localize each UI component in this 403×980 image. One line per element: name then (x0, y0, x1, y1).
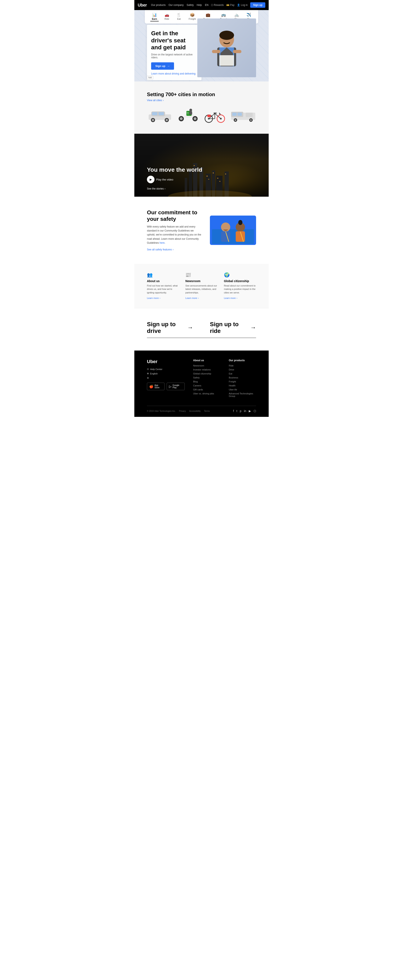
footer-top: Uber ⊙ Help Center ⊗ English ⊚ 🍎 App Sto… (147, 359, 256, 397)
svg-rect-61 (217, 178, 218, 179)
footer-terms-link[interactable]: Terms (204, 410, 210, 412)
hero-content-card: Get in the driver's seat and get paid Dr… (147, 25, 202, 80)
globe-icon: ⊗ (147, 372, 149, 375)
safety-features-link[interactable]: See all safety features › (147, 248, 174, 251)
app-store-button[interactable]: 🍎 App Store (147, 383, 164, 390)
about-section: 👥 About us Find out how we started, what… (134, 264, 269, 308)
nav-signup-button[interactable]: Sign up (250, 2, 265, 8)
linkedin-icon[interactable]: in (244, 409, 246, 413)
chevron-right-icon: › (173, 248, 174, 251)
footer-eat-link[interactable]: Eat (229, 372, 256, 375)
language-selector[interactable]: EN (205, 3, 209, 6)
hero-image (197, 19, 256, 77)
hero-learn-more-link[interactable]: Learn more about driving and delivering (151, 72, 197, 75)
video-title: You move the world (147, 167, 202, 173)
footer-location-link[interactable]: ⊚ (147, 377, 185, 379)
footer-privacy-link[interactable]: Privacy (179, 410, 186, 412)
footer-careers-link[interactable]: Careers (193, 384, 220, 387)
app-store-label: App Store (155, 384, 162, 389)
footer-drive-link[interactable]: Drive (229, 368, 256, 371)
svg-text:Eats: Eats (187, 113, 190, 115)
chevron-right-icon: › (164, 187, 166, 190)
footer-uber-air-link[interactable]: Uber Air (229, 388, 256, 391)
see-stories-link[interactable]: See the stories › (147, 187, 166, 190)
svg-rect-40 (237, 113, 242, 116)
video-section: You move the world ▶ Play the video See … (134, 134, 269, 197)
play-icon: ▶ (147, 176, 155, 183)
svg-point-43 (234, 119, 236, 121)
cities-title: Setting 700+ cities in motion (147, 92, 256, 97)
footer-investor-link[interactable]: Investor relations (193, 368, 220, 371)
google-play-button[interactable]: ▷ Google Play (167, 383, 185, 390)
tab-earn[interactable]: 📊 Earn (150, 12, 159, 21)
nav-links: Our products Our company Safety Help (151, 3, 205, 6)
signup-drive-item[interactable]: Sign up to drive → (147, 321, 202, 338)
footer-accessibility-link[interactable]: Accessibility (190, 410, 201, 412)
signup-ride-item[interactable]: Sign up to ride → (202, 321, 256, 338)
pinterest-icon[interactable]: p (240, 409, 241, 413)
about-card-desc-2: Read about our commitment to making a po… (224, 284, 256, 294)
tab-ride-label: Ride (164, 18, 169, 20)
safety-text: Our commitment to your safety With every… (147, 209, 202, 251)
signup-ride-arrow: → (250, 324, 256, 331)
vehicles-container: Uber Eats (147, 107, 256, 124)
pay-link[interactable]: 💳 Pay (226, 3, 234, 6)
facebook-icon[interactable]: f (233, 409, 234, 413)
footer-language-link[interactable]: ⊗ English (147, 372, 185, 375)
footer-health-link[interactable]: Health (229, 384, 256, 387)
community-guidelines-link[interactable]: here (159, 241, 164, 244)
footer-global-citizenship-link[interactable]: Global citizenship (193, 372, 220, 375)
nav-our-products[interactable]: Our products (151, 3, 166, 6)
hero-signup-button[interactable]: Sign up → (151, 62, 174, 70)
tab-freight[interactable]: 📦 Freight (187, 12, 198, 21)
svg-rect-62 (219, 181, 220, 182)
svg-point-64 (168, 190, 252, 197)
footer-business-link[interactable]: Business (229, 376, 256, 379)
svg-text:Uber: Uber (187, 112, 189, 113)
footer-social: f t p in ▶ ⬡ (233, 409, 256, 413)
safety-title: Our commitment to your safety (147, 209, 202, 222)
eat-icon: 🍴 (177, 13, 181, 17)
svg-point-22 (194, 117, 196, 120)
instagram-icon[interactable]: ⬡ (253, 409, 256, 413)
tab-freight-label: Freight (189, 18, 196, 20)
about-card-title-0: About us (147, 279, 179, 283)
nav-our-company[interactable]: Our company (169, 3, 184, 6)
logo: Uber (138, 3, 147, 8)
safety-people-illustration (212, 216, 254, 244)
footer-safety-link[interactable]: Safety (193, 376, 220, 379)
about-learn-more-link-0[interactable]: Learn more › (147, 297, 160, 299)
about-learn-more-link-2[interactable]: Learn more › (224, 297, 237, 299)
svg-point-45 (250, 119, 252, 121)
location-icon: ⊚ (147, 377, 149, 379)
tab-eat-label: Eat (177, 18, 181, 20)
footer-newsroom-link[interactable]: Newsroom (193, 364, 220, 367)
about-learn-more-link-1[interactable]: Learn more › (185, 297, 199, 299)
footer-blog-link[interactable]: Blog (193, 380, 220, 383)
footer-freight-link[interactable]: Freight (229, 380, 256, 383)
hero-title: Get in the driver's seat and get paid (151, 30, 197, 51)
driver-illustration (206, 23, 248, 73)
svg-rect-11 (159, 112, 164, 115)
play-button[interactable]: ▶ Play the video (147, 176, 202, 183)
tab-eat[interactable]: 🍴 Eat (175, 12, 183, 21)
footer-atg-link[interactable]: Advanced Technologies Group (229, 392, 256, 397)
svg-rect-67 (221, 231, 230, 242)
footer-help-center-link[interactable]: ⊙ Help Center (147, 368, 185, 371)
youtube-icon[interactable]: ▶ (249, 409, 251, 413)
tab-ride[interactable]: 🚗 Ride (162, 12, 171, 21)
nav-safety[interactable]: Safety (186, 3, 194, 6)
footer-gift-cards-link[interactable]: Gift cards (193, 388, 220, 391)
svg-point-1 (219, 31, 234, 40)
view-all-cities-link[interactable]: View all cities › (147, 99, 164, 102)
twitter-icon[interactable]: t (236, 409, 237, 413)
cities-section: Setting 700+ cities in motion View all c… (134, 81, 269, 134)
rewards-link[interactable]: ⬡ Rewards (211, 3, 224, 6)
footer-ride-link[interactable]: Ride (229, 364, 256, 367)
scooter-illustration: Uber Eats (177, 107, 199, 124)
safety-description: With every safety feature we add and eve… (147, 225, 202, 245)
nav-help[interactable]: Help (197, 3, 202, 6)
login-link[interactable]: 👤 Log in (237, 3, 248, 6)
footer-driving-jobs-link[interactable]: Uber vs. driving jobs (193, 392, 220, 395)
signup-drive-label: Sign up to drive (147, 321, 187, 334)
